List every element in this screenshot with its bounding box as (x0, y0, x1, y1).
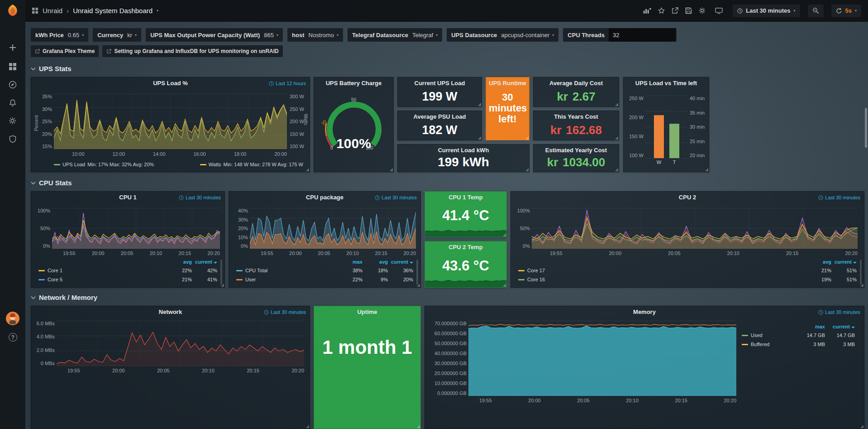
ups-load-chart[interactable] (54, 94, 287, 149)
legend-sort-avg[interactable]: avg (806, 259, 831, 265)
panel-title[interactable]: CPU 1 Temp (425, 192, 506, 203)
time-range-picker[interactable]: Last 30 minutes ▾ (732, 4, 800, 18)
cpu1-chart[interactable] (52, 208, 220, 249)
series-name[interactable]: Core 1 (48, 268, 167, 273)
row-header-ups-stats[interactable]: UPS Stats (31, 65, 72, 72)
grafana-logo-icon[interactable] (6, 4, 19, 17)
stat-value: 182 W (398, 124, 482, 137)
x-tick: 20:20 (845, 251, 858, 256)
panel-title[interactable]: Memory (425, 306, 864, 318)
variable-host[interactable]: hostNostromo▾ (287, 28, 343, 42)
series-name[interactable]: CPU Total (245, 268, 337, 273)
panel-title[interactable]: Estimated Yearly Cost (534, 145, 619, 156)
series-name[interactable]: UPS Load (62, 162, 85, 167)
admin-shield-icon[interactable] (9, 135, 17, 143)
legend-sort-max[interactable]: max (337, 259, 362, 265)
panel-title[interactable]: UPS Battery Charge (314, 77, 393, 89)
x-tick: 20:15 (247, 368, 259, 373)
panel-title[interactable]: UPS Runtime (486, 77, 529, 89)
network-chart[interactable] (57, 321, 304, 366)
configuration-gear-icon[interactable] (9, 117, 16, 125)
panel-time-text: Last 12 hours (276, 81, 306, 86)
series-name[interactable]: Used (751, 333, 795, 338)
page-title[interactable]: Unraid System Dashboard (73, 7, 153, 14)
variable-value[interactable]: Telegraf (412, 32, 433, 39)
legend-scrollbar[interactable] (220, 260, 222, 285)
tv-mode-icon[interactable] (715, 7, 723, 14)
alerting-bell-icon[interactable] (9, 99, 17, 107)
panel-title[interactable]: CPU 2 (511, 192, 864, 203)
breadcrumb-folder[interactable]: Unraid (43, 7, 62, 14)
variable-value[interactable]: Nostromo (309, 32, 334, 39)
y-tick: 50.000000 GB (429, 341, 467, 346)
user-avatar[interactable] (6, 312, 19, 325)
variable-value[interactable]: apcupsd-container (501, 32, 549, 39)
y-axis-left: 100% 50% 0% (516, 208, 530, 249)
cpu-threads-input[interactable]: 32 (609, 28, 676, 42)
variable-telegraf-datasource[interactable]: Telegraf DatasourceTelegraf▾ (348, 28, 442, 42)
link-grafana-plex-theme[interactable]: Grafana Plex Theme (31, 45, 99, 57)
y-tick: 10% (234, 235, 248, 240)
load-vs-time-bar-chart[interactable]: WT (645, 96, 688, 165)
panel-title[interactable]: UPS Load % (31, 77, 310, 89)
panel-title[interactable]: Average PSU Load (398, 111, 482, 123)
share-icon[interactable] (672, 7, 678, 14)
memory-chart[interactable] (468, 321, 736, 396)
panel-current-ups-load: Current UPS Load 199 W (397, 77, 482, 107)
panel-title[interactable]: CPU 2 Temp (425, 241, 506, 253)
series-name[interactable]: Core 16 (527, 277, 806, 282)
variable-value[interactable]: 865 (264, 32, 274, 39)
create-plus-icon[interactable] (9, 43, 17, 52)
series-current: 51% (831, 277, 857, 282)
variable-ups-max-output[interactable]: UPS Max Output Power Capacity (Watt)865▾ (146, 28, 283, 42)
panel-title[interactable]: Current UPS Load (398, 77, 482, 89)
save-icon[interactable] (685, 7, 692, 14)
y-tick: 15% (38, 144, 52, 149)
legend-sort-current[interactable]: current (388, 259, 413, 265)
series-name[interactable]: Core 5 (48, 277, 167, 282)
legend-sort-avg[interactable]: avg (362, 259, 388, 265)
legend-sort-current[interactable]: current (192, 259, 217, 265)
legend-row: CPU Total 38% 18% 36% (236, 266, 413, 275)
cpu2-chart[interactable] (532, 208, 858, 249)
refresh-caret-icon: ▾ (855, 9, 857, 13)
series-color-dash (38, 270, 45, 271)
panel-title[interactable]: Average Daily Cost (534, 77, 619, 89)
dashboard-grid-icon[interactable] (32, 7, 38, 14)
legend-sort-avg[interactable]: avg (167, 259, 192, 265)
star-icon[interactable] (658, 7, 665, 14)
variable-ups-datasource[interactable]: UPS Datasourceapcupsd-container▾ (447, 28, 558, 42)
stat-value: 199 W (398, 90, 482, 103)
series-name[interactable]: User (245, 277, 337, 282)
series-name[interactable]: Buffered (751, 342, 795, 347)
series-color-dash (54, 164, 60, 165)
panel-title[interactable]: UPS Load vs Time left (624, 77, 709, 89)
legend-scrollbar[interactable] (860, 260, 862, 285)
series-name[interactable]: Watts (209, 162, 221, 167)
variable-kwh-price[interactable]: kWh Price0.65▾ (31, 28, 88, 42)
legend-sort-current[interactable]: current (831, 259, 857, 265)
variable-value[interactable]: 0.65 (68, 32, 79, 39)
page-scrollbar[interactable] (865, 108, 867, 148)
variable-currency[interactable]: Currencykr▾ (93, 28, 141, 42)
help-icon[interactable]: ? (9, 333, 17, 342)
settings-gear-icon[interactable] (699, 7, 706, 14)
link-ups-monitoring-guide[interactable]: Setting up Grafana and InfluxDB for UPS … (102, 45, 282, 57)
legend-sort-current[interactable]: current (825, 324, 855, 329)
panel-title[interactable]: Uptime (314, 306, 420, 318)
refresh-button[interactable]: 5s ▾ (831, 4, 862, 18)
cpu-package-chart[interactable] (250, 208, 416, 249)
explore-compass-icon[interactable] (9, 81, 17, 89)
row-header-cpu-stats[interactable]: CPU Stats (31, 179, 72, 187)
panel-title[interactable]: This Years Cost (534, 111, 619, 123)
variable-value[interactable]: kr (127, 32, 132, 39)
row-header-network-memory[interactable]: Network / Memory (31, 294, 97, 301)
legend-entry: Watts Min: 148 W Max: 278 W Avg: 175 W (200, 162, 303, 167)
add-panel-icon[interactable] (643, 7, 651, 14)
title-caret-icon[interactable]: ▾ (157, 9, 158, 13)
legend-scrollbar[interactable] (416, 260, 418, 285)
series-name[interactable]: Core 17 (527, 268, 806, 273)
zoom-out-button[interactable] (807, 4, 824, 18)
dashboards-icon[interactable] (9, 63, 17, 71)
legend-sort-max[interactable]: max (795, 324, 825, 329)
